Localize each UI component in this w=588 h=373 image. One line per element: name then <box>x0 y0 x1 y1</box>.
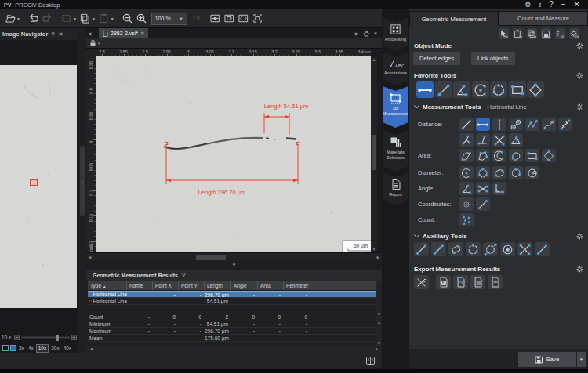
panel-splitter[interactable]: ‹ <box>78 28 86 353</box>
tool-circle-center[interactable] <box>459 166 474 179</box>
fit-c-button[interactable] <box>237 12 251 26</box>
tool-circle-3pt[interactable] <box>490 81 507 98</box>
tool-area-arc[interactable] <box>459 149 474 162</box>
tool-point-line[interactable] <box>459 133 474 147</box>
undo-button[interactable] <box>27 12 41 26</box>
viewer-horizontal-scrollbar[interactable]: ◀▶ <box>86 252 382 261</box>
tool-doc-grid[interactable] <box>436 275 451 289</box>
gear-icon[interactable] <box>576 266 583 273</box>
tool-diamond[interactable] <box>527 81 544 98</box>
cursor-gear-button[interactable] <box>499 28 509 39</box>
tool-circle-dash-arrows[interactable] <box>483 242 498 256</box>
settings-gear-button[interactable] <box>569 28 579 39</box>
tool-doc-arrow[interactable] <box>453 275 468 289</box>
pin-icon[interactable]: ⚲ <box>51 31 55 38</box>
layer-icon[interactable] <box>2 345 9 352</box>
tool-tri-height[interactable] <box>509 133 523 147</box>
tool-area-poly[interactable] <box>476 149 490 162</box>
fit-b-button[interactable] <box>223 12 237 26</box>
close-icon[interactable]: ✕ <box>59 31 64 38</box>
zoom-slider-handle[interactable] <box>56 335 59 341</box>
settings-icon[interactable]: ⚙ <box>524 1 531 9</box>
copy-gear-button[interactable] <box>527 28 537 39</box>
zoom-level-dropdown[interactable]: 100 %▼ <box>151 13 187 25</box>
column-header-area[interactable]: Area <box>258 281 284 290</box>
panel-tab-geometric-measurement[interactable]: Geometric Measurement <box>409 11 499 26</box>
report-book-icon[interactable] <box>365 356 376 366</box>
tool-angle-3pt[interactable] <box>459 182 474 195</box>
clipboard-gear-button[interactable] <box>513 28 523 39</box>
microscope-image[interactable]: Length 54.51 μm Length 296.70 μm 50 μm <box>96 56 371 252</box>
tool-diag-line[interactable] <box>535 242 550 256</box>
tool-aux-rot-rect[interactable] <box>448 242 463 256</box>
tool-h-line[interactable] <box>476 118 490 131</box>
tool-curve[interactable] <box>542 118 556 131</box>
ribbon-tab-annotations[interactable]: ABCAnnotations <box>383 52 408 85</box>
minimize-button[interactable]: − <box>561 1 566 9</box>
open-file-menu-icon[interactable]: ▼ <box>16 16 20 21</box>
tool-circle-3pt[interactable] <box>466 242 481 256</box>
save-gear-button[interactable] <box>541 28 551 39</box>
one-one-button[interactable]: 1:1 <box>190 12 204 26</box>
tool-point[interactable] <box>459 197 474 211</box>
grid-icon[interactable] <box>9 345 16 352</box>
tool-diag-line[interactable] <box>435 81 452 98</box>
tool-diag-line[interactable] <box>459 118 474 131</box>
tab-scroll-left-icon[interactable]: ◀ <box>86 31 93 36</box>
tool-diag-line[interactable] <box>414 242 429 256</box>
tool-angle-corner[interactable] <box>492 182 506 195</box>
tool-perp[interactable] <box>476 133 490 147</box>
tool-polyline[interactable] <box>525 118 539 131</box>
column-header-type[interactable]: Type ▲ <box>88 281 127 290</box>
fit-d-button[interactable] <box>251 12 265 26</box>
mag-10x-button[interactable]: 10x <box>36 344 49 353</box>
tool-diamond[interactable] <box>542 149 556 162</box>
gear-icon[interactable] <box>576 72 583 79</box>
navigator-roi-marker[interactable] <box>30 179 38 186</box>
lock-menu-icon[interactable]: ▾ <box>98 41 100 45</box>
document-tab[interactable]: 2952-2.vsi* ✕ <box>99 28 148 38</box>
collapse-left-icon[interactable]: ‹ <box>80 146 85 216</box>
tool-doc-lines[interactable] <box>470 275 485 289</box>
column-header-point-y[interactable]: Point Y <box>179 281 205 290</box>
column-header-name[interactable]: Name <box>127 281 153 290</box>
tool-rect[interactable] <box>525 149 539 162</box>
ribbon-tab-measure2d[interactable]: 2D Measurement <box>383 86 408 128</box>
navigator-thumbnail[interactable] <box>0 65 77 308</box>
tool-cross-x[interactable] <box>492 133 506 147</box>
tab-scroll-right-icon[interactable]: ▶ <box>354 31 360 36</box>
tool-count-dots[interactable] <box>459 213 474 226</box>
tool-circle-pie[interactable] <box>525 166 539 179</box>
mag-40x-button[interactable]: 40x <box>62 345 73 352</box>
table-row[interactable]: Horizontal Line--54.51 μm--- <box>88 298 376 305</box>
tool-doc-plain[interactable] <box>488 275 503 289</box>
redo-button[interactable] <box>41 12 55 26</box>
tool-area-crescent[interactable] <box>492 149 506 162</box>
pin-icon[interactable]: ⚲ <box>182 272 186 278</box>
zoom-in-button[interactable] <box>135 12 149 26</box>
ruler-gear-button[interactable] <box>555 28 565 39</box>
info-icon[interactable]: i <box>539 1 541 9</box>
viewer-vertical-scrollbar[interactable]: ▲▼ <box>371 56 377 252</box>
paste-button[interactable] <box>97 12 111 26</box>
tool-h-line[interactable] <box>416 81 434 98</box>
collapse-icon[interactable] <box>414 105 419 109</box>
ribbon-tab-report[interactable]: Report <box>383 172 408 205</box>
tool-circle-center[interactable] <box>472 81 489 98</box>
tool-aux-line-pts[interactable] <box>431 242 446 256</box>
save-button[interactable]: Save <box>518 352 576 367</box>
tab-close-icon[interactable]: ✕ <box>140 31 144 37</box>
tool-v-line[interactable] <box>492 118 506 131</box>
save-menu-button[interactable]: ▼ <box>577 352 586 367</box>
column-header-length[interactable]: Length <box>205 281 231 290</box>
gear-icon[interactable] <box>576 103 583 110</box>
button-detect-edges[interactable]: Detect edges <box>413 52 460 65</box>
panel-tab-count-and-measure[interactable]: Count and Measure <box>499 11 588 26</box>
button-link-objects[interactable]: Link objects <box>471 52 515 65</box>
tool-circle-blob[interactable] <box>509 166 523 179</box>
tool-angle-3pt[interactable] <box>453 81 470 98</box>
tool-cross-x[interactable] <box>517 242 532 256</box>
zoom-slider[interactable] <box>21 336 70 339</box>
ribbon-tab-processing[interactable]: Processing <box>383 17 408 51</box>
tool-rect[interactable] <box>509 81 526 98</box>
